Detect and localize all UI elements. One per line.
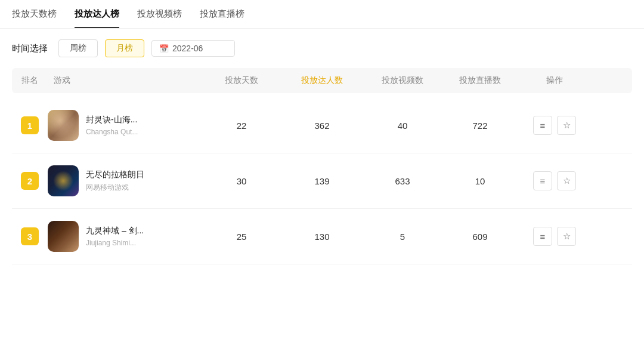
nav-item-days[interactable]: 投放天数榜 bbox=[12, 8, 57, 28]
game-sub-1: Changsha Qut... bbox=[86, 128, 138, 136]
game-name-1: 封灵诀-山海... bbox=[86, 115, 138, 125]
table-row: 2 无尽的拉格朗日 网易移动游戏 30 139 633 10 ≡ ☆ bbox=[12, 153, 632, 209]
filter-label: 时间选择 bbox=[12, 43, 48, 54]
game-text-1: 封灵诀-山海... Changsha Qut... bbox=[86, 115, 138, 136]
game-sub-3: Jiujiang Shimi... bbox=[86, 239, 144, 247]
game-info-1: 封灵诀-山海... Changsha Qut... bbox=[48, 110, 203, 141]
col-live: 投放直播数 bbox=[441, 75, 519, 86]
col-days: 投放天数 bbox=[203, 75, 280, 86]
col-videos: 投放视频数 bbox=[364, 75, 441, 86]
actions-2: ≡ ☆ bbox=[519, 171, 590, 190]
game-name-2: 无尽的拉格朗日 bbox=[86, 170, 144, 180]
game-text-3: 九灵神域 – 剑... Jiujiang Shimi... bbox=[86, 226, 144, 247]
game-thumb-2 bbox=[48, 165, 79, 196]
days-val-2: 30 bbox=[203, 176, 280, 186]
star-btn-3[interactable]: ☆ bbox=[557, 227, 576, 246]
btn-month[interactable]: 月榜 bbox=[105, 39, 144, 57]
actions-1: ≡ ☆ bbox=[519, 116, 590, 135]
table-row: 1 封灵诀-山海... Changsha Qut... 22 362 40 72… bbox=[12, 98, 632, 153]
live-val-2: 10 bbox=[441, 176, 519, 186]
game-info-3: 九灵神域 – 剑... Jiujiang Shimi... bbox=[48, 221, 203, 252]
nav-item-masters[interactable]: 投放达人榜 bbox=[75, 8, 119, 28]
table-header: 排名 游戏 投放天数 投放达人数 投放视频数 投放直播数 操作 bbox=[12, 68, 632, 93]
table-row: 3 九灵神域 – 剑... Jiujiang Shimi... 25 130 5… bbox=[12, 209, 632, 264]
nav-item-live[interactable]: 投放直播榜 bbox=[200, 8, 244, 28]
btn-week[interactable]: 周榜 bbox=[58, 39, 98, 57]
col-game: 游戏 bbox=[48, 75, 203, 86]
game-name-3: 九灵神域 – 剑... bbox=[86, 226, 144, 236]
game-thumb-1 bbox=[48, 110, 79, 141]
live-val-1: 722 bbox=[441, 121, 519, 131]
list-btn-2[interactable]: ≡ bbox=[533, 171, 552, 190]
col-rank: 排名 bbox=[12, 75, 48, 86]
game-text-2: 无尽的拉格朗日 网易移动游戏 bbox=[86, 170, 144, 193]
days-val-3: 25 bbox=[203, 232, 280, 242]
rank-badge-1: 1 bbox=[12, 116, 48, 134]
rank-num-3: 3 bbox=[21, 227, 39, 245]
date-picker[interactable]: 📅 2022-06 bbox=[151, 40, 235, 57]
nav-item-videos[interactable]: 投放视频榜 bbox=[137, 8, 182, 28]
masters-val-3: 130 bbox=[280, 232, 364, 242]
date-value: 2022-06 bbox=[172, 44, 203, 53]
videos-val-1: 40 bbox=[364, 121, 441, 131]
videos-val-2: 633 bbox=[364, 176, 441, 186]
calendar-icon: 📅 bbox=[159, 44, 169, 53]
list-btn-3[interactable]: ≡ bbox=[533, 227, 552, 246]
rank-badge-3: 3 bbox=[12, 227, 48, 245]
live-val-3: 609 bbox=[441, 232, 519, 242]
rank-num-2: 2 bbox=[21, 172, 39, 190]
game-info-2: 无尽的拉格朗日 网易移动游戏 bbox=[48, 165, 203, 196]
filter-row: 时间选择 周榜 月榜 📅 2022-06 bbox=[0, 29, 644, 68]
col-actions: 操作 bbox=[519, 75, 590, 86]
star-btn-1[interactable]: ☆ bbox=[557, 116, 576, 135]
list-btn-1[interactable]: ≡ bbox=[533, 116, 552, 135]
col-masters: 投放达人数 bbox=[280, 75, 364, 86]
game-sub-2: 网易移动游戏 bbox=[86, 183, 144, 193]
rank-num-1: 1 bbox=[21, 116, 39, 134]
star-btn-2[interactable]: ☆ bbox=[557, 171, 576, 190]
top-nav: 投放天数榜 投放达人榜 投放视频榜 投放直播榜 bbox=[0, 0, 644, 29]
days-val-1: 22 bbox=[203, 121, 280, 131]
game-thumb-3 bbox=[48, 221, 79, 252]
masters-val-2: 139 bbox=[280, 176, 364, 186]
videos-val-3: 5 bbox=[364, 232, 441, 242]
actions-3: ≡ ☆ bbox=[519, 227, 590, 246]
masters-val-1: 362 bbox=[280, 121, 364, 131]
rank-badge-2: 2 bbox=[12, 172, 48, 190]
table-container: 排名 游戏 投放天数 投放达人数 投放视频数 投放直播数 操作 1 封灵诀-山海… bbox=[0, 68, 644, 264]
